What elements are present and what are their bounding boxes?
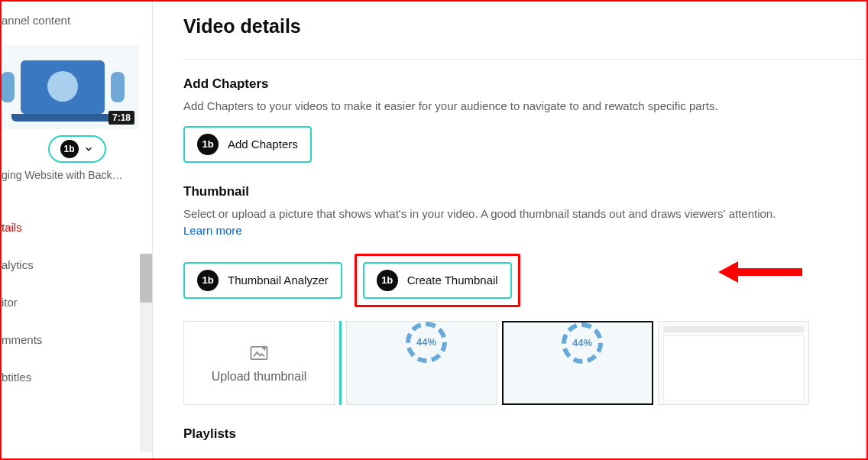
upload-thumbnail-cell[interactable]: Upload thumbnail bbox=[183, 321, 335, 405]
browser-chrome-bar bbox=[663, 326, 804, 332]
sidebar-nav: tails alytics itor mments btitles bbox=[2, 209, 152, 396]
chapters-description: Add Chapters to your videos to make it e… bbox=[183, 98, 866, 115]
auto-thumbnail-option-3[interactable] bbox=[658, 321, 809, 405]
browser-body bbox=[663, 335, 804, 401]
tubebuddy-icon: 1b bbox=[197, 270, 219, 291]
learn-more-link[interactable]: Learn more bbox=[183, 224, 242, 237]
create-thumbnail-label: Create Thumbnail bbox=[407, 274, 498, 287]
chapters-title: Add Chapters bbox=[183, 76, 866, 92]
section-thumbnail: Thumbnail Select or upload a picture tha… bbox=[183, 184, 866, 405]
page-title: Video details bbox=[183, 15, 866, 37]
nav-item-analytics[interactable]: alytics bbox=[2, 246, 152, 283]
nav-item-details[interactable]: tails bbox=[2, 209, 152, 246]
thumbnail-description-text: Select or upload a picture that shows wh… bbox=[183, 207, 776, 220]
thumbnail-grid: Upload thumbnail 44% 44% bbox=[183, 321, 866, 405]
video-thumbnail-preview[interactable]: 7:18 bbox=[0, 45, 139, 129]
thumbnail-analyzer-button[interactable]: 1b Thumbnail Analyzer bbox=[183, 262, 342, 299]
divider bbox=[183, 59, 866, 60]
thumbnail-button-row: 1b Thumbnail Analyzer 1b Create Thumbnai… bbox=[183, 254, 866, 307]
sidebar-scrollbar[interactable] bbox=[140, 254, 152, 452]
nav-item-comments[interactable]: mments bbox=[2, 321, 152, 358]
percent-ring: 44% bbox=[406, 322, 447, 363]
tubebuddy-dropdown[interactable]: 1b bbox=[48, 135, 106, 163]
tubebuddy-icon: 1b bbox=[197, 134, 219, 155]
upload-image-icon bbox=[248, 342, 270, 364]
auto-thumbnail-option-1[interactable]: 44% bbox=[346, 321, 497, 405]
video-duration-badge: 7:18 bbox=[108, 111, 134, 125]
upload-thumbnail-label: Upload thumbnail bbox=[212, 370, 307, 384]
video-title: ging Website with Back… bbox=[2, 169, 152, 181]
add-chapters-button[interactable]: 1b Add Chapters bbox=[183, 126, 312, 163]
thumbnail-title: Thumbnail bbox=[183, 184, 866, 199]
annotation-arrow bbox=[718, 258, 802, 289]
thumbnail-separator bbox=[339, 321, 342, 405]
nav-item-subtitles[interactable]: btitles bbox=[2, 358, 152, 396]
tubebuddy-icon: 1b bbox=[377, 270, 398, 291]
main-content: Video details Add Chapters Add Chapters … bbox=[153, 2, 866, 458]
create-thumbnail-button[interactable]: 1b Create Thumbnail bbox=[363, 262, 512, 299]
sidebar-header: annel content bbox=[2, 14, 152, 27]
scrollbar-thumb[interactable] bbox=[140, 254, 152, 303]
tubebuddy-icon: 1b bbox=[60, 140, 79, 158]
percent-ring: 44% bbox=[562, 322, 603, 364]
auto-thumbnail-option-2[interactable]: 44% bbox=[502, 321, 653, 405]
annotation-highlight: 1b Create Thumbnail bbox=[355, 254, 520, 307]
chevron-down-icon bbox=[83, 144, 94, 154]
sidebar: annel content 7:18 1b ging Website with … bbox=[2, 2, 153, 458]
arrow-left-icon bbox=[718, 258, 802, 286]
playlists-title: Playlists bbox=[183, 426, 866, 442]
add-chapters-button-label: Add Chapters bbox=[228, 138, 298, 151]
section-add-chapters: Add Chapters Add Chapters to your videos… bbox=[183, 76, 866, 163]
nav-item-editor[interactable]: itor bbox=[2, 283, 152, 321]
thumbnail-description: Select or upload a picture that shows wh… bbox=[183, 206, 866, 240]
thumbnail-analyzer-label: Thumbnail Analyzer bbox=[228, 274, 329, 287]
